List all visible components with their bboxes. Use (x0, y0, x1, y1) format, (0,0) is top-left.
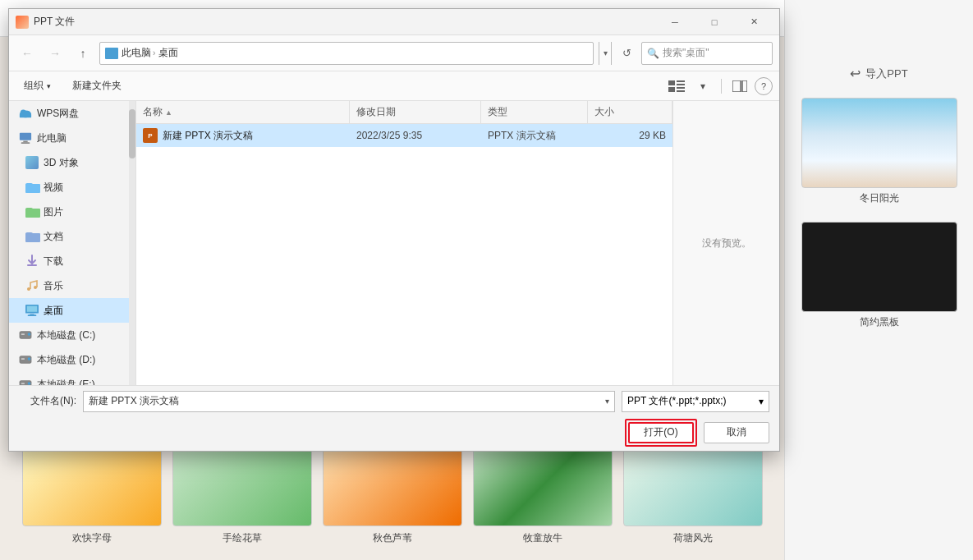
svg-rect-1 (677, 80, 685, 82)
sidebar-item-local-d[interactable]: 本地磁盘 (D:) (9, 347, 135, 372)
svg-point-27 (28, 357, 31, 360)
sidebar-drive-c-icon (19, 328, 32, 342)
search-placeholder-text: 搜索"桌面" (663, 46, 709, 60)
maximize-button[interactable]: □ (695, 10, 733, 34)
thumb-flowers-label: 手绘花草 (223, 531, 262, 545)
address-segment-pc: 此电脑 › (122, 46, 155, 60)
cancel-button[interactable]: 取消 (704, 422, 769, 443)
svg-rect-0 (668, 80, 675, 85)
svg-rect-7 (742, 80, 747, 92)
minimize-icon: ─ (672, 17, 678, 27)
new-folder-button[interactable]: 新建文件夹 (64, 76, 130, 97)
svg-rect-15 (27, 264, 37, 266)
filename-value: 新建 PPTX 演示文稿 (89, 394, 179, 408)
sidebar-cloud-icon (19, 107, 32, 120)
sidebar-item-this-pc[interactable]: 此电脑 (9, 126, 135, 150)
address-desktop-text: 桌面 (158, 46, 178, 60)
panel-toggle-button[interactable] (728, 76, 751, 97)
thumb-blackboard[interactable]: 简约黑板 (801, 222, 957, 329)
view-dropdown-button[interactable]: ▾ (691, 76, 714, 97)
col-type-label: 类型 (488, 105, 507, 119)
svg-rect-11 (20, 114, 31, 117)
sidebar-item-desktop[interactable]: 桌面 (9, 298, 135, 323)
sidebar-item-documents[interactable]: 文档 (9, 224, 135, 249)
svg-rect-13 (23, 141, 27, 143)
sidebar-scrollbar[interactable] (129, 101, 135, 385)
dialog-sidebar: WPS网盘 此电脑 3D 对 (9, 101, 136, 385)
refresh-button[interactable]: ↺ (617, 44, 636, 63)
minimize-button[interactable]: ─ (656, 10, 694, 34)
open-button[interactable]: 打开(O) (628, 422, 694, 443)
sidebar-wps-cloud-label: WPS网盘 (37, 107, 79, 121)
panel-icon (732, 80, 747, 92)
dialog-window-btns: ─ □ ✕ (656, 10, 773, 34)
col-header-type[interactable]: 类型 (481, 101, 588, 123)
sort-arrow-icon: ▲ (165, 108, 172, 117)
svg-point-17 (34, 286, 37, 289)
filelist-header: 名称 ▲ 修改日期 类型 大小 (136, 101, 672, 124)
import-icon: ↩ (850, 66, 861, 81)
thumb-blackboard-label: 简约黑板 (860, 315, 899, 329)
file-item-name: P 新建 PPTX 演示文稿 (136, 128, 350, 143)
filename-row: 文件名(N): 新建 PPTX 演示文稿 ▾ PPT 文件(*.ppt;*.pp… (19, 391, 769, 412)
svg-rect-5 (677, 90, 685, 92)
thumb-winter-sunshine[interactable]: 冬日阳光 (801, 98, 957, 205)
help-button[interactable]: ? (755, 77, 773, 95)
filetype-select[interactable]: PPT 文件(*.ppt;*.pptx;) ▾ (622, 391, 769, 412)
filelist-items: P 新建 PPTX 演示文稿 2022/3/25 9:35 PPTX 演示文稿 … (136, 124, 672, 385)
sidebar-download-icon (25, 255, 39, 268)
svg-rect-6 (732, 80, 741, 92)
sidebar-item-3d[interactable]: 3D 对象 (9, 150, 135, 175)
sidebar-item-wps-cloud[interactable]: WPS网盘 (9, 101, 135, 126)
filetype-dropdown-icon: ▾ (759, 396, 764, 407)
close-icon: ✕ (750, 16, 758, 27)
organize-button[interactable]: 组织 ▾ (16, 76, 59, 97)
address-bar[interactable]: 此电脑 › 桌面 (99, 42, 594, 65)
up-button[interactable]: ↑ (71, 42, 94, 65)
dialog-overlay: PPT 文件 ─ □ ✕ ← → ↑ (0, 0, 788, 460)
search-box[interactable]: 🔍 搜索"桌面" (641, 42, 773, 65)
back-button[interactable]: ← (16, 42, 39, 65)
sidebar-item-music[interactable]: 音乐 (9, 273, 135, 298)
sidebar-item-images[interactable]: 图片 (9, 200, 135, 224)
svg-rect-26 (21, 358, 25, 360)
sidebar-item-local-e[interactable]: 本地磁盘 (E:) (9, 372, 135, 385)
view-toggle-button[interactable] (665, 76, 688, 97)
music-svg (25, 279, 39, 292)
thumb-blackboard-img (801, 222, 957, 312)
file-item-type: PPTX 演示文稿 (481, 129, 588, 143)
address-folder-icon (105, 48, 118, 59)
thumb-child-label: 欢快字母 (72, 531, 112, 545)
cancel-label: 取消 (727, 425, 746, 439)
svg-point-16 (27, 287, 30, 291)
dialog-title-icon (16, 16, 29, 29)
forward-button[interactable]: → (44, 42, 67, 65)
drive-d-svg (19, 354, 32, 365)
dialog-content: WPS网盘 此电脑 3D 对 (9, 101, 779, 385)
filename-input[interactable]: 新建 PPTX 演示文稿 ▾ (83, 391, 615, 412)
sidebar-this-pc-label: 此电脑 (37, 131, 67, 145)
sidebar-item-videos[interactable]: 视频 (9, 175, 135, 200)
svg-point-24 (28, 333, 31, 336)
address-dropdown-button[interactable]: ▾ (599, 42, 612, 65)
svg-rect-19 (27, 306, 37, 312)
back-icon: ← (21, 47, 33, 60)
thumb-autumn-label: 秋色芦苇 (373, 531, 412, 545)
address-segment-desktop: 桌面 (158, 46, 178, 60)
thumb-winter-img (801, 98, 957, 188)
sidebar-item-local-c[interactable]: 本地磁盘 (C:) (9, 323, 135, 347)
svg-rect-12 (20, 133, 31, 140)
col-header-name[interactable]: 名称 ▲ (136, 101, 350, 123)
sidebar-scroll-thumb[interactable] (129, 109, 135, 158)
col-header-size[interactable]: 大小 (588, 101, 672, 123)
table-row[interactable]: P 新建 PPTX 演示文稿 2022/3/25 9:35 PPTX 演示文稿 … (136, 124, 672, 147)
col-header-date[interactable]: 修改日期 (350, 101, 481, 123)
sidebar-item-downloads[interactable]: 下载 (9, 249, 135, 273)
file-item-date: 2022/3/25 9:35 (350, 130, 481, 141)
import-ppt-btn[interactable]: ↩ 导入PPT (850, 66, 907, 81)
close-button[interactable]: ✕ (735, 10, 773, 34)
svg-rect-23 (21, 333, 25, 335)
computer-svg (19, 131, 32, 145)
drive-c-svg (19, 329, 32, 341)
dialog-filelist: 名称 ▲ 修改日期 类型 大小 P (136, 101, 672, 385)
